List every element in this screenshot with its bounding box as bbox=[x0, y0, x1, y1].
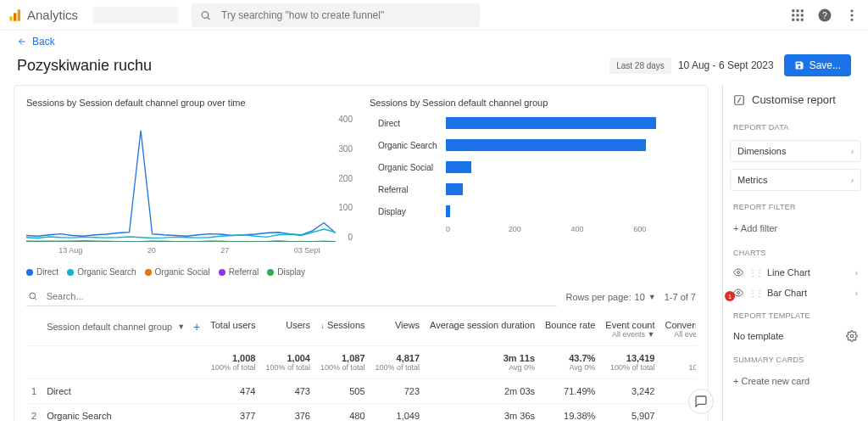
svg-rect-11 bbox=[792, 18, 794, 20]
legend-item[interactable]: Organic Search bbox=[67, 267, 136, 277]
svg-rect-6 bbox=[797, 9, 799, 12]
legend-item[interactable]: Display bbox=[267, 267, 305, 277]
bar-chart-toggle[interactable]: 1 ⋮⋮ Bar Chart › bbox=[723, 283, 868, 303]
property-breadcrumb[interactable] bbox=[93, 7, 178, 24]
bar-row: Referral bbox=[378, 181, 696, 198]
rows-per-page-value: 10 bbox=[635, 292, 645, 302]
column-header[interactable]: Users bbox=[260, 313, 315, 346]
chevron-right-icon: › bbox=[855, 289, 858, 298]
column-header[interactable]: Total users bbox=[205, 313, 260, 346]
column-summary: 13,419100% of total bbox=[600, 346, 659, 379]
svg-rect-2 bbox=[18, 9, 20, 20]
chevron-right-icon: › bbox=[851, 176, 854, 185]
line-chart-card: Sessions by Session default channel grou… bbox=[26, 98, 353, 277]
line-chart-svg bbox=[26, 115, 353, 242]
legend-item[interactable]: Referral bbox=[219, 267, 259, 277]
search-icon bbox=[28, 291, 38, 301]
column-summary: 43.7%Avg 0% bbox=[540, 346, 600, 379]
chevron-down-icon: ▼ bbox=[648, 293, 656, 301]
bar-row: Direct bbox=[378, 115, 696, 132]
table-search-input[interactable] bbox=[45, 290, 556, 302]
bar-chart-label: Bar Chart bbox=[767, 288, 807, 298]
bar-chart-title: Sessions by Session default channel grou… bbox=[370, 98, 696, 108]
chat-icon bbox=[694, 395, 708, 408]
date-range[interactable]: 10 Aug - 6 Sept 2023 bbox=[678, 59, 774, 71]
line-chart-y-axis: 4003002001000 bbox=[338, 115, 353, 242]
metrics-row[interactable]: Metrics › bbox=[730, 169, 861, 191]
search-input[interactable] bbox=[220, 8, 471, 22]
save-label: Save... bbox=[810, 59, 841, 71]
table-row[interactable]: 1Direct4744735057232m 03s71.49%3,242 bbox=[26, 379, 696, 404]
column-header[interactable]: ConversionsAll events ▼ bbox=[659, 313, 696, 346]
analytics-logo: Analytics bbox=[8, 8, 78, 22]
more-vert-icon[interactable] bbox=[844, 8, 860, 23]
pagination-info: 1-7 of 7 bbox=[665, 292, 696, 302]
legend-item[interactable]: Direct bbox=[26, 267, 58, 277]
svg-point-16 bbox=[851, 9, 854, 12]
line-chart-legend: DirectOrganic SearchOrganic SocialReferr… bbox=[26, 267, 353, 277]
add-dimension-button[interactable]: + bbox=[193, 320, 200, 334]
panel-title: Customise report bbox=[752, 93, 836, 106]
dimensions-label: Dimensions bbox=[737, 146, 786, 156]
bar-row: Display bbox=[378, 203, 696, 220]
svg-point-25 bbox=[850, 334, 854, 338]
column-summary: 6100% of bbox=[659, 346, 696, 379]
svg-rect-12 bbox=[797, 18, 799, 20]
bar-chart-card: Sessions by Session default channel grou… bbox=[370, 98, 696, 277]
save-button[interactable]: Save... bbox=[784, 54, 851, 76]
column-summary: 1,004100% of total bbox=[260, 346, 315, 379]
drag-handle-icon[interactable]: ⋮⋮ bbox=[748, 289, 762, 298]
feedback-fab[interactable] bbox=[688, 389, 714, 414]
line-chart-label: Line Chart bbox=[767, 267, 810, 277]
column-header[interactable]: Bounce rate bbox=[540, 313, 600, 346]
back-label: Back bbox=[32, 36, 55, 48]
column-header[interactable]: Average session duration bbox=[425, 313, 540, 346]
line-chart-x-axis: 13 Aug202703 Sept bbox=[26, 246, 353, 255]
dimensions-row[interactable]: Dimensions › bbox=[730, 140, 861, 162]
metrics-label: Metrics bbox=[737, 175, 767, 185]
svg-point-23 bbox=[737, 272, 740, 274]
apps-icon[interactable] bbox=[790, 8, 805, 23]
arrow-left-icon bbox=[17, 36, 27, 47]
line-chart-toggle[interactable]: ⋮⋮ Line Chart › bbox=[723, 262, 868, 283]
data-table: Session default channel group ▼+Total us… bbox=[26, 313, 696, 421]
sort-desc-icon: ↓ bbox=[320, 322, 325, 330]
create-card-link[interactable]: + Create new card bbox=[723, 369, 868, 393]
column-summary: 1,087100% of total bbox=[315, 346, 370, 379]
column-header[interactable]: ↓ Sessions bbox=[315, 313, 370, 346]
svg-rect-13 bbox=[801, 18, 804, 20]
customise-panel: Customise report REPORT DATA Dimensions … bbox=[722, 85, 868, 421]
chevron-down-icon: ▼ bbox=[177, 322, 185, 331]
svg-point-24 bbox=[737, 292, 740, 294]
save-icon bbox=[794, 60, 804, 70]
svg-point-20 bbox=[30, 293, 36, 299]
column-summary: 1,008100% of total bbox=[205, 346, 260, 379]
report-edit-icon bbox=[733, 94, 745, 106]
add-filter-link[interactable]: + Add filter bbox=[723, 216, 868, 240]
svg-rect-8 bbox=[792, 14, 794, 16]
back-link[interactable]: Back bbox=[17, 36, 55, 48]
table-row[interactable]: 2Organic Search3773764801,0493m 36s19.38… bbox=[26, 404, 696, 422]
template-row[interactable]: No template bbox=[723, 325, 868, 347]
bar-row: Organic Social bbox=[378, 159, 696, 176]
section-summary-cards: SUMMARY CARDS bbox=[723, 347, 868, 369]
rows-per-page[interactable]: Rows per page: 10 ▼ bbox=[565, 292, 655, 302]
svg-point-3 bbox=[202, 11, 209, 18]
column-header[interactable]: Views bbox=[370, 313, 426, 346]
svg-rect-7 bbox=[801, 9, 804, 12]
column-header[interactable]: Event countAll events ▼ bbox=[600, 313, 659, 346]
help-icon[interactable]: ? bbox=[817, 8, 832, 23]
table-search[interactable] bbox=[26, 287, 557, 306]
eye-icon bbox=[733, 267, 743, 277]
page-title: Pozyskiwanie ruchu bbox=[17, 57, 152, 75]
section-report-template: REPORT TEMPLATE bbox=[723, 303, 868, 325]
global-search[interactable] bbox=[192, 3, 480, 27]
svg-line-4 bbox=[208, 17, 209, 19]
legend-item[interactable]: Organic Social bbox=[145, 267, 210, 277]
drag-handle-icon[interactable]: ⋮⋮ bbox=[748, 268, 762, 277]
date-preset-chip[interactable]: Last 28 days bbox=[609, 58, 671, 74]
notification-badge: 1 bbox=[725, 291, 735, 301]
column-summary: 4,817100% of total bbox=[370, 346, 426, 379]
gear-icon[interactable] bbox=[846, 330, 858, 342]
dimension-picker[interactable]: Session default channel group ▼+ bbox=[47, 320, 200, 334]
